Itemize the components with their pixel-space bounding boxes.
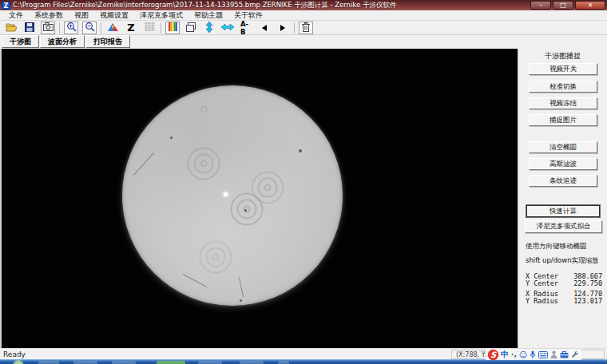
microphone-icon[interactable] (530, 350, 536, 359)
taskbar-button[interactable] (73, 361, 97, 364)
app-z-icon: Z (2, 2, 10, 10)
taskbar-button[interactable] (38, 361, 59, 364)
open-folder-button[interactable] (4, 22, 18, 34)
y-center-value: 229.750 (573, 279, 602, 287)
tab-wavefront-analysis[interactable]: 波面分析 (40, 35, 85, 48)
noise-texture (122, 85, 343, 306)
color-bars-button[interactable] (165, 22, 180, 34)
wrench-icon[interactable] (571, 350, 579, 358)
dust-speck (244, 209, 247, 212)
zernike-fit-button[interactable]: 泽尼克多项式拟合 (525, 220, 602, 233)
vertical-arrows-button[interactable] (202, 22, 216, 34)
trash-icon (302, 22, 310, 34)
y-radius-label: Y Radius (526, 297, 558, 305)
taskbar-button[interactable] (157, 361, 185, 364)
app-window: Z C:\Program Files\Zernike\Zernike\inter… (0, 0, 607, 364)
zernike-z-button[interactable]: Z (124, 22, 138, 34)
keyboard-icon[interactable] (538, 351, 548, 358)
zoom-out-icon (85, 22, 95, 34)
quick-calc-button[interactable]: 快速计算 (526, 205, 600, 217)
horizontal-arrows-icon (221, 23, 234, 33)
grid-icon (145, 22, 155, 33)
toolbar-separator (161, 22, 161, 34)
open-folder-icon (6, 22, 17, 34)
zernike-z-icon: Z (127, 22, 134, 34)
camera-capture-icon (43, 22, 54, 33)
tab-bar: 干涉图 波面分析 打印报告 (0, 35, 607, 49)
toolbar-separator (294, 22, 295, 34)
fringe-trace-button[interactable]: 条纹追迹 (529, 175, 597, 187)
y-radius-row: Y Radius 123.017 (526, 297, 602, 305)
window-controls: – □ × (530, 1, 605, 10)
zoom-in-icon (66, 22, 77, 34)
color-bars-icon (169, 22, 177, 33)
workspace: 干涉图捕捉 视频开关 校准切换 视频冻结 捕捉图片 清空椭圆 高斯滤波 条纹追迹… (0, 49, 607, 348)
ime-punctuation-toggle[interactable]: ·, (511, 350, 517, 358)
camera-capture-button[interactable] (41, 22, 55, 34)
prism-icon (108, 22, 118, 34)
grid-button[interactable] (142, 22, 157, 34)
clear-ellipse-button[interactable]: 清空椭圆 (529, 141, 597, 153)
menu-zernike-polynomial[interactable]: 泽尼克多项式 (134, 10, 188, 20)
menu-view[interactable]: 视图 (69, 10, 94, 20)
a-b-label: A-B (239, 20, 253, 36)
zoom-out-button[interactable] (82, 22, 97, 34)
minimize-button[interactable]: – (530, 1, 551, 10)
close-button[interactable]: × (575, 1, 605, 10)
menu-help-topics[interactable]: 帮助主题 (188, 10, 228, 20)
cascade-windows-icon (186, 22, 196, 34)
restore-button[interactable]: □ (553, 1, 573, 10)
menu-file[interactable]: 文件 (3, 10, 29, 20)
bright-spot (224, 192, 228, 196)
tab-print-report[interactable]: 打印报告 (85, 35, 130, 48)
sogou-logo-icon[interactable]: S (488, 350, 498, 360)
y-radius-value: 123.017 (573, 297, 602, 305)
dust-speck (299, 149, 302, 152)
ime-toolbar: S 中 ·, ☺ (486, 349, 581, 360)
taskbar-button[interactable] (112, 361, 136, 364)
ime-language-toggle[interactable]: 中 (501, 349, 509, 360)
capture-image-button[interactable]: 捕捉图片 (529, 114, 597, 126)
cascade-windows-button[interactable] (184, 22, 198, 34)
interferogram-canvas[interactable] (0, 49, 518, 348)
menu-bar: 文件 系统参数 视图 视频设置 泽尼克多项式 帮助主题 关于软件 (0, 10, 607, 21)
toolbox-icon[interactable] (560, 351, 569, 358)
taskbar-button[interactable] (278, 361, 289, 364)
taskbar-button[interactable] (198, 361, 222, 364)
video-toggle-button[interactable]: 视频开关 (529, 63, 597, 75)
menu-system-params[interactable]: 系统参数 (29, 10, 69, 20)
panel-header: 干涉图捕捉 (518, 51, 607, 61)
start-button[interactable] (13, 360, 24, 364)
toolbar: Z A-B (0, 21, 607, 35)
fringe-ring (186, 146, 221, 181)
menu-video-settings[interactable]: 视频设置 (94, 10, 134, 20)
fringe-ring (228, 191, 265, 228)
prev-button[interactable] (257, 22, 272, 34)
side-panel: 干涉图捕捉 视频开关 校准切换 视频冻结 捕捉图片 清空椭圆 高斯滤波 条纹追迹… (518, 49, 607, 348)
a-b-button[interactable]: A-B (239, 22, 253, 34)
prism-button[interactable] (105, 22, 120, 34)
y-center-label: Y Center (526, 279, 558, 287)
vertical-arrows-icon (205, 22, 213, 34)
zoom-in-button[interactable] (64, 22, 78, 34)
interferogram-image (122, 85, 343, 306)
video-freeze-button[interactable]: 视频冻结 (529, 97, 597, 109)
menu-about[interactable]: 关于软件 (228, 10, 268, 20)
user-icon[interactable] (550, 350, 557, 358)
y-center-row: Y Center 229.750 (526, 279, 602, 287)
emoji-icon[interactable]: ☺ (519, 350, 527, 359)
next-button[interactable] (276, 22, 290, 34)
status-text: Ready (3, 350, 26, 358)
next-arrow-icon (280, 25, 285, 31)
delete-button[interactable] (299, 22, 313, 34)
horizontal-arrows-button[interactable] (220, 22, 235, 34)
save-button[interactable] (22, 22, 37, 34)
save-icon (25, 22, 34, 34)
gaussian-filter-button[interactable]: 高斯滤波 (529, 158, 597, 170)
taskbar-button[interactable] (240, 361, 264, 364)
calibration-switch-button[interactable]: 校准切换 (529, 81, 597, 93)
window-title: C:\Program Files\Zernike\Zernike\interfe… (13, 1, 527, 10)
tab-interferogram[interactable]: 干涉图 (2, 35, 39, 48)
fringe-ring (196, 102, 211, 117)
dust-speck (240, 299, 242, 302)
